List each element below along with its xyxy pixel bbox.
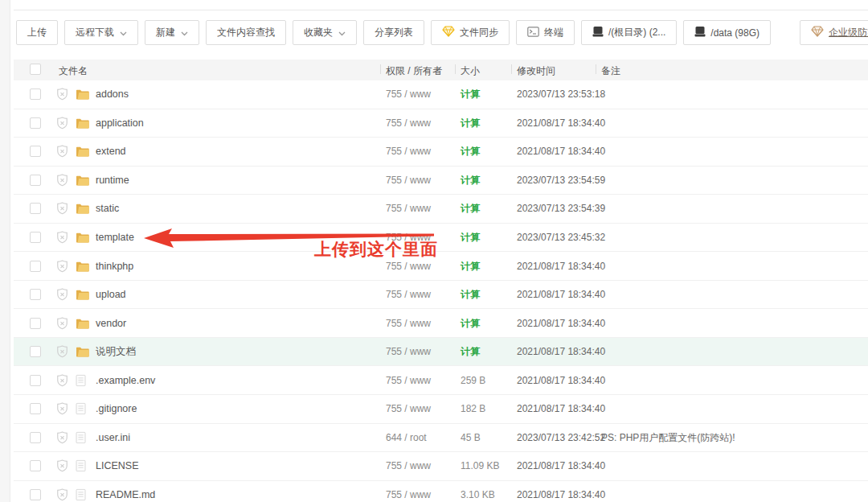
- terminal-button[interactable]: 终端: [516, 20, 575, 45]
- table-row[interactable]: thinkphp 755 / www 计算 2021/08/17 18:34:4…: [14, 252, 868, 281]
- shield-x-icon[interactable]: [55, 402, 69, 416]
- folder-icon: [76, 232, 89, 244]
- shield-x-icon[interactable]: [55, 231, 69, 245]
- file-name[interactable]: static: [96, 203, 119, 214]
- file-name[interactable]: template: [96, 232, 134, 243]
- row-checkbox[interactable]: [30, 289, 41, 300]
- row-checkbox[interactable]: [30, 346, 41, 357]
- shield-x-icon[interactable]: [55, 288, 69, 302]
- file-mtime: 2021/08/17 18:34:40: [517, 261, 605, 272]
- file-size[interactable]: 计算: [461, 288, 480, 302]
- file-name[interactable]: LICENSE: [96, 460, 139, 471]
- row-checkbox[interactable]: [30, 489, 41, 500]
- shield-x-icon[interactable]: [55, 373, 69, 387]
- file-size[interactable]: 计算: [461, 345, 480, 359]
- file-name[interactable]: application: [96, 117, 144, 129]
- row-checkbox[interactable]: [30, 146, 41, 157]
- disk-data-button[interactable]: /data (98G): [683, 20, 771, 45]
- file-sync-button[interactable]: 文件同步: [431, 20, 510, 45]
- row-checkbox[interactable]: [30, 432, 41, 443]
- shield-x-icon[interactable]: [55, 459, 69, 473]
- table-row[interactable]: 说明文档 755 / www 计算 2021/08/17 18:34:40: [14, 338, 868, 367]
- new-button[interactable]: 新建: [145, 20, 199, 45]
- row-checkbox[interactable]: [30, 88, 41, 100]
- shield-x-icon[interactable]: [55, 145, 69, 158]
- file-name[interactable]: .gitignore: [96, 403, 137, 414]
- shield-x-icon[interactable]: [55, 316, 69, 330]
- favorites-button[interactable]: 收藏夹: [293, 20, 357, 45]
- tamper-proof-button[interactable]: 企业级防篡改: [800, 20, 868, 45]
- file-size: 3.10 KB: [461, 489, 495, 500]
- table-row[interactable]: static 755 / www 计算 2023/07/13 23:54:39: [14, 195, 868, 224]
- file-name[interactable]: extend: [96, 146, 126, 157]
- chevron-down-icon: [338, 27, 346, 39]
- button-label: 企业级防篡改: [829, 26, 868, 39]
- file-size[interactable]: 计算: [461, 116, 480, 130]
- shield-x-icon[interactable]: [55, 488, 69, 501]
- table-row[interactable]: README.md 755 / www 3.10 KB 2021/08/17 1…: [14, 481, 868, 502]
- file-size[interactable]: 计算: [461, 202, 480, 216]
- file-name[interactable]: .user.ini: [96, 432, 130, 443]
- table-row[interactable]: upload 755 / www 计算 2021/08/17 18:34:40: [14, 281, 868, 310]
- table-row[interactable]: .gitignore 755 / www 182 B 2021/08/17 18…: [14, 395, 868, 424]
- file-name[interactable]: thinkphp: [96, 261, 133, 272]
- row-checkbox[interactable]: [30, 460, 41, 471]
- folder-icon: [76, 346, 89, 358]
- file-mtime: 2021/08/17 18:34:40: [517, 117, 605, 129]
- upload-button[interactable]: 上传: [16, 20, 58, 45]
- file-name[interactable]: vendor: [96, 318, 126, 329]
- file-size[interactable]: 计算: [461, 88, 480, 101]
- file-icon: [76, 488, 86, 500]
- file-name[interactable]: upload: [96, 289, 126, 300]
- file-name[interactable]: runtime: [96, 175, 129, 186]
- row-checkbox[interactable]: [30, 175, 41, 186]
- remote-download-button[interactable]: 远程下载: [64, 20, 138, 45]
- share-list-button[interactable]: 分享列表: [363, 20, 424, 45]
- table-row[interactable]: runtime 755 / www 计算 2023/07/13 23:54:59: [14, 167, 868, 195]
- file-permissions: 755 / www: [386, 117, 431, 129]
- row-checkbox[interactable]: [30, 261, 41, 272]
- shield-x-icon[interactable]: [55, 430, 69, 444]
- file-name[interactable]: 说明文档: [96, 345, 136, 359]
- file-size[interactable]: 计算: [461, 316, 480, 330]
- shield-x-icon[interactable]: [55, 173, 69, 187]
- file-mtime: 2023/07/13 23:54:59: [517, 175, 605, 186]
- shield-x-icon[interactable]: [55, 116, 69, 130]
- file-size[interactable]: 计算: [461, 231, 480, 245]
- file-mtime: 2021/08/17 18:34:40: [517, 460, 605, 471]
- table-row[interactable]: LICENSE 755 / www 11.09 KB 2021/08/17 18…: [14, 452, 868, 481]
- disk-icon: [694, 26, 706, 39]
- file-permissions: 755 / www: [386, 318, 431, 329]
- table-row[interactable]: extend 755 / www 计算 2021/08/17 18:34:40: [14, 138, 868, 167]
- row-checkbox[interactable]: [30, 318, 41, 329]
- table-row[interactable]: addons 755 / www 计算 2023/07/13 23:53:18: [14, 80, 868, 109]
- table-row[interactable]: application 755 / www 计算 2021/08/17 18:3…: [14, 109, 868, 138]
- table-row[interactable]: template 755 / www 计算 2023/07/13 23:45:3…: [14, 224, 868, 253]
- row-checkbox[interactable]: [30, 375, 41, 386]
- file-note[interactable]: PS: PHP用户配置文件(防跨站)!: [601, 430, 735, 444]
- file-size[interactable]: 计算: [461, 259, 480, 273]
- shield-x-icon[interactable]: [55, 202, 69, 216]
- table-row[interactable]: .user.ini 644 / root 45 B 2023/07/13 23:…: [14, 424, 868, 453]
- file-size[interactable]: 计算: [461, 173, 480, 187]
- table-row[interactable]: vendor 755 / www 计算 2021/08/17 18:34:40: [14, 309, 868, 338]
- shield-x-icon[interactable]: [55, 345, 69, 359]
- file-size: 11.09 KB: [461, 460, 499, 471]
- select-all-checkbox[interactable]: [30, 64, 41, 75]
- search-file-content-button[interactable]: 文件内容查找: [206, 20, 286, 45]
- shield-x-icon[interactable]: [55, 88, 69, 101]
- table-row[interactable]: .example.env 755 / www 259 B 2021/08/17 …: [14, 366, 868, 395]
- shield-x-icon[interactable]: [55, 259, 69, 273]
- file-name[interactable]: README.md: [96, 489, 155, 500]
- disk-root-button[interactable]: /(根目录) (2...: [581, 20, 677, 45]
- file-name[interactable]: .example.env: [96, 375, 155, 386]
- file-name[interactable]: addons: [96, 88, 129, 100]
- folder-icon: [76, 88, 89, 101]
- row-checkbox[interactable]: [30, 403, 41, 414]
- column-header-mtime: 修改时间: [517, 64, 555, 78]
- row-checkbox[interactable]: [30, 117, 41, 129]
- row-checkbox[interactable]: [30, 203, 41, 214]
- file-mtime: 2021/08/17 18:34:40: [517, 375, 605, 386]
- row-checkbox[interactable]: [30, 232, 41, 243]
- file-size[interactable]: 计算: [461, 145, 480, 158]
